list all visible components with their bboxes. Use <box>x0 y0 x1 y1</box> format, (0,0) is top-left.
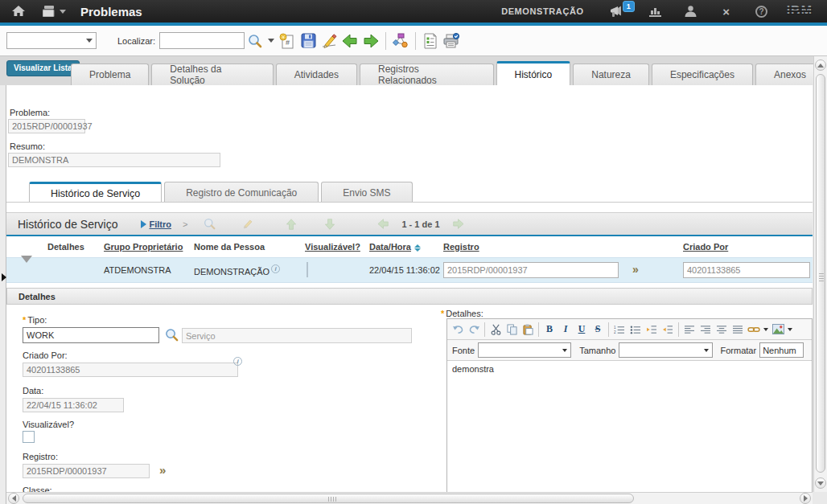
cut-icon[interactable] <box>488 322 504 338</box>
col-visualizavel[interactable]: Visualizável? <box>302 242 366 252</box>
workflow-icon[interactable] <box>390 31 411 51</box>
info-icon[interactable]: i <box>271 264 280 273</box>
tamanho-select[interactable] <box>619 342 712 358</box>
fonte-select[interactable] <box>478 342 571 358</box>
editor-content[interactable]: demonstra <box>447 361 812 377</box>
grid-next-page-icon[interactable] <box>448 214 469 235</box>
select-action-dropdown[interactable] <box>6 32 97 49</box>
grid-header-row: Detalhes Grupo Proprietário Nome da Pess… <box>6 236 813 257</box>
tab-especificacoes[interactable]: Especificações <box>652 64 753 85</box>
sign-out-icon[interactable]: × <box>714 0 739 23</box>
align-left-icon[interactable] <box>681 322 697 338</box>
cell-grupo: ATDEMONSTRA <box>101 265 191 275</box>
tipo-lookup-icon[interactable] <box>165 328 179 345</box>
registro-detail-menu-icon[interactable]: » <box>632 263 639 276</box>
subtab-historico-de-servico[interactable]: Histórico de Serviço <box>29 182 162 203</box>
criado-por-field: 40201133865 <box>23 363 238 377</box>
next-record-icon[interactable] <box>360 31 381 51</box>
col-registro[interactable]: Registro <box>440 242 680 252</box>
copy-icon[interactable] <box>504 322 520 338</box>
align-center-icon[interactable] <box>714 322 730 338</box>
italic-icon[interactable]: I <box>558 322 574 338</box>
insert-image-icon[interactable] <box>770 322 786 338</box>
horizontal-scrollbar-thumb[interactable] <box>23 494 634 503</box>
new-record-icon[interactable]: # <box>277 31 298 51</box>
scroll-down-button[interactable] <box>815 477 826 489</box>
align-right-icon[interactable] <box>697 322 714 338</box>
cell-criado: 40201133865 <box>680 262 813 278</box>
localizar-input[interactable] <box>159 32 245 49</box>
tipo-input[interactable] <box>23 327 159 343</box>
justify-icon[interactable] <box>730 322 746 338</box>
cell-visualizavel-checkbox[interactable] <box>307 262 308 277</box>
redo-icon[interactable] <box>466 322 482 338</box>
grid-edit-icon[interactable] <box>237 214 258 235</box>
registro-detail-icon[interactable]: » <box>159 463 166 477</box>
filter-control[interactable]: Filtro <box>141 219 172 229</box>
details-section-header[interactable]: Detalhes <box>6 288 813 305</box>
previous-record-icon[interactable] <box>339 31 360 51</box>
details-section-title: Detalhes <box>19 292 56 301</box>
undo-icon[interactable] <box>450 322 466 338</box>
fonte-label: Fonte <box>452 346 475 355</box>
grid-prev-page-icon[interactable] <box>372 214 393 235</box>
main-tabbar: Visualizar Lista Problema Detalhes da So… <box>0 56 827 85</box>
reports-chart-icon[interactable] <box>644 0 668 23</box>
col-grupo-proprietario[interactable]: Grupo Proprietário <box>101 242 191 252</box>
col-criado-por[interactable]: Criado Por <box>680 242 813 252</box>
paste-icon[interactable] <box>520 322 536 338</box>
tab-historico[interactable]: Histórico <box>496 61 571 85</box>
scroll-up-button[interactable] <box>815 59 826 71</box>
announcements-icon[interactable]: 1 <box>605 0 629 23</box>
tab-atividades[interactable]: Atividades <box>276 64 357 85</box>
tab-registros-relacionados[interactable]: Registros Relacionados <box>360 64 494 85</box>
home-icon[interactable] <box>6 0 31 23</box>
grid-search-icon[interactable] <box>199 214 220 235</box>
scroll-left-button[interactable] <box>8 493 19 504</box>
vertical-scrollbar[interactable] <box>813 56 827 492</box>
filtro-link[interactable]: Filtro <box>150 219 172 229</box>
underline-icon[interactable]: U <box>574 322 590 338</box>
subtab-envio-sms[interactable]: Envio SMS <box>321 182 412 203</box>
cell-registro-field[interactable]: 2015RDP/00001937 <box>443 262 619 278</box>
ordered-list-icon[interactable]: 12 <box>611 322 627 338</box>
scroll-right-button[interactable] <box>800 493 811 504</box>
visualizavel-checkbox[interactable] <box>23 431 35 443</box>
table-row[interactable]: ATDEMONSTRA DEMONSTRAÇÃOi 22/04/15 11:36… <box>6 257 813 283</box>
tab-problema[interactable]: Problema <box>71 64 149 85</box>
subtab-registro-de-comunicacao[interactable]: Registro de Comunicação <box>164 182 319 203</box>
criado-por-info-icon[interactable]: i <box>233 357 242 366</box>
tab-detalhes-da-solucao[interactable]: Detalhes da Solução <box>151 64 273 85</box>
help-icon[interactable]: ? <box>750 0 774 23</box>
cell-criado-field[interactable]: 40201133865 <box>683 262 810 278</box>
grid-move-down-icon[interactable] <box>319 214 340 235</box>
run-reports-icon[interactable] <box>420 31 441 51</box>
formatar-select[interactable]: Nenhum <box>759 342 804 358</box>
app-header: Problemas DEMONSTRAÇÃO 1 × ? IBM <box>0 0 827 23</box>
app-switcher-icon[interactable] <box>42 0 66 23</box>
cell-datahora: 22/04/15 11:36:02 <box>366 265 440 275</box>
visualizavel-label: Visualizável? <box>23 420 74 429</box>
bold-icon[interactable]: B <box>541 322 558 338</box>
save-icon[interactable] <box>298 31 319 51</box>
indent-icon[interactable] <box>644 322 660 338</box>
vertical-scrollbar-thumb[interactable] <box>816 74 825 473</box>
horizontal-scrollbar[interactable] <box>6 492 813 504</box>
clear-changes-icon[interactable] <box>319 31 339 51</box>
profile-icon[interactable] <box>679 0 703 23</box>
outdent-icon[interactable] <box>660 322 676 338</box>
search-options-caret[interactable] <box>265 31 277 51</box>
search-icon[interactable] <box>245 31 265 51</box>
print-icon[interactable] <box>441 31 462 51</box>
link-icon[interactable] <box>746 322 762 338</box>
row-expand-icon[interactable] <box>21 256 32 277</box>
col-data-hora[interactable]: Data/Hora <box>366 242 440 252</box>
link-options-caret[interactable] <box>762 322 770 338</box>
tab-natureza[interactable]: Natureza <box>573 64 649 85</box>
page-title: Problemas <box>80 5 142 18</box>
strikethrough-icon[interactable]: S <box>590 322 606 338</box>
unordered-list-icon[interactable] <box>627 322 644 338</box>
tab-visualizar-lista[interactable]: Visualizar Lista <box>6 60 80 76</box>
grid-move-up-icon[interactable] <box>281 214 302 235</box>
image-options-caret[interactable] <box>786 322 794 338</box>
